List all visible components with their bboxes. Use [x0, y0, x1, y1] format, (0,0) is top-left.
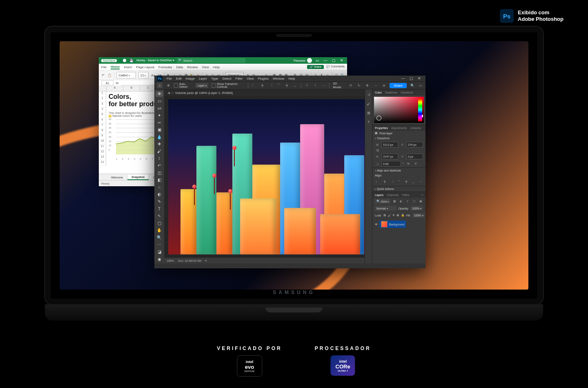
align-right-icon[interactable]: ⎹: [389, 179, 394, 184]
tab-help[interactable]: Help: [213, 65, 220, 69]
magic-wand-tool-icon[interactable]: ✦: [156, 113, 163, 118]
menu-help[interactable]: Help: [288, 77, 295, 80]
tab-file[interactable]: File: [101, 65, 107, 69]
color-tab[interactable]: Color: [375, 91, 382, 94]
history-brush-tool-icon[interactable]: ↶: [156, 163, 163, 169]
link-wh-icon[interactable]: ⛓: [375, 149, 380, 152]
menu-layer[interactable]: Layer: [199, 77, 207, 80]
eyedropper-tool-icon[interactable]: 💧: [156, 134, 163, 140]
close-icon[interactable]: ✕: [416, 76, 423, 80]
document-title[interactable]: Money - Saved to OneDrive ▾: [136, 59, 174, 62]
filter-shape-icon[interactable]: ▢: [412, 198, 416, 204]
transform-section-header[interactable]: Transform: [372, 136, 425, 141]
sheet-tab[interactable]: Snapshot: [127, 175, 149, 180]
quick-actions-header[interactable]: Quick actions: [372, 186, 425, 192]
filter-adjust-icon[interactable]: ◐: [399, 198, 403, 204]
tab-insert[interactable]: Insert: [124, 65, 132, 69]
select-all-corner[interactable]: [99, 86, 107, 91]
filter-smart-icon[interactable]: ▣: [418, 198, 423, 204]
col-header[interactable]: B: [123, 86, 140, 91]
auto-select-check[interactable]: Auto-Select:: [174, 83, 192, 88]
paragraph-panel-icon[interactable]: ¶: [366, 119, 372, 125]
lasso-tool-icon[interactable]: ᔕ: [156, 105, 163, 111]
lock-all-icon[interactable]: 🔒: [401, 212, 405, 218]
align-more-icon[interactable]: ⋯: [418, 179, 423, 184]
tab-formulas[interactable]: Formulas: [158, 65, 172, 69]
3d-pan-icon[interactable]: ✥: [365, 83, 370, 88]
height-input[interactable]: 3747 px: [381, 154, 398, 159]
quick-mask-icon[interactable]: ◉: [156, 256, 163, 262]
share-button[interactable]: Share: [390, 83, 406, 88]
layer-row[interactable]: Background: [379, 221, 406, 228]
distribute-v-icon[interactable]: ⫲: [313, 83, 318, 88]
filter-pixel-icon[interactable]: ▦: [392, 198, 397, 204]
chevron-right-icon[interactable]: ▸: [205, 259, 207, 262]
crop-tool-icon[interactable]: ✂: [156, 120, 163, 125]
rectangle-tool-icon[interactable]: ▢: [156, 220, 163, 226]
close-icon[interactable]: ✕: [339, 58, 345, 62]
filter-type-icon[interactable]: T: [405, 198, 410, 204]
flip-h-icon[interactable]: ⇋: [405, 161, 411, 167]
zoom-tool-icon[interactable]: 🔍: [156, 235, 163, 241]
align-top-icon[interactable]: ⎺: [276, 83, 281, 88]
align-hcenter-icon[interactable]: ┿: [382, 179, 387, 184]
paste-icon[interactable]: 📋: [107, 73, 111, 78]
gradients-tab[interactable]: Gradients: [401, 91, 413, 94]
align-left-icon[interactable]: ⎸: [375, 179, 380, 184]
tab-data[interactable]: Data: [176, 65, 183, 69]
menu-select[interactable]: Select: [222, 77, 231, 80]
blur-tool-icon[interactable]: ○: [156, 185, 163, 190]
brush-tool-icon[interactable]: 🖌: [156, 149, 163, 154]
properties-tab[interactable]: Properties: [375, 127, 388, 129]
x-input[interactable]: 379 px: [406, 142, 423, 147]
align-v-center-icon[interactable]: ┿: [285, 83, 290, 88]
hue-slider[interactable]: [418, 98, 422, 121]
align-bottom-icon[interactable]: ⎽: [411, 179, 416, 184]
fill-dropdown[interactable]: 100%: [412, 213, 425, 218]
angle-input[interactable]: 0.00: [381, 161, 401, 167]
auto-select-dropdown[interactable]: Layer: [196, 83, 208, 88]
opacity-dropdown[interactable]: 100%: [410, 206, 423, 211]
sheet-tab[interactable]: Welcome: [107, 175, 127, 180]
tab-review[interactable]: Review: [187, 65, 198, 69]
lock-position-icon[interactable]: ✥: [392, 212, 395, 218]
more-align-icon[interactable]: ⋯: [321, 83, 326, 88]
zoom-level[interactable]: 100%: [167, 259, 174, 262]
user-account[interactable]: Theodore: [293, 58, 312, 63]
pen-tool-icon[interactable]: ✎: [156, 199, 163, 205]
layer-visibility-icon[interactable]: 👁: [375, 223, 378, 226]
history-panel-icon[interactable]: ↺: [366, 92, 372, 98]
dodge-tool-icon[interactable]: ◐: [156, 192, 163, 197]
clone-stamp-tool-icon[interactable]: ⟟: [156, 156, 163, 161]
more-tools-icon[interactable]: ⋯: [156, 242, 163, 248]
3d-orbit-icon[interactable]: ⟳: [348, 83, 353, 88]
tab-view[interactable]: View: [202, 65, 209, 69]
move-tool-indicator-icon[interactable]: ✥: [166, 83, 171, 88]
document-tab[interactable]: Volume.psdc @ 100% (Layer 1, RGB/8): [175, 91, 233, 95]
canvas[interactable]: [164, 96, 372, 258]
name-box[interactable]: A1: [101, 80, 114, 85]
save-icon[interactable]: 💾: [129, 58, 134, 63]
autosave-toggle[interactable]: [119, 58, 127, 62]
comments-button[interactable]: 💬 Comments: [326, 65, 345, 69]
adjustments-tab[interactable]: Adjustments: [391, 127, 407, 129]
col-header[interactable]: A: [107, 86, 123, 91]
align-section-header[interactable]: Align and distribute: [372, 167, 425, 173]
distribute-h-icon[interactable]: ⫴: [305, 83, 310, 88]
menu-file[interactable]: File: [167, 77, 172, 80]
maximize-icon[interactable]: ▢: [331, 58, 336, 62]
menu-edit[interactable]: Edit: [176, 77, 182, 80]
move-tool-icon[interactable]: ✥: [156, 91, 163, 97]
lock-paint-icon[interactable]: 🖌: [388, 212, 391, 218]
flip-v-icon[interactable]: ⇵: [413, 161, 419, 167]
align-right-edges-icon[interactable]: ⎹: [268, 83, 273, 88]
align-h-center-icon[interactable]: ┿: [260, 83, 265, 88]
workspace-icon[interactable]: ▭: [418, 83, 423, 88]
width-input[interactable]: 5113 px: [381, 142, 398, 147]
frame-tool-icon[interactable]: ▣: [156, 127, 163, 133]
menu-view[interactable]: View: [247, 77, 254, 80]
color-swap-icon[interactable]: ◪: [156, 249, 163, 255]
lock-artboard-icon[interactable]: ▣: [396, 212, 399, 218]
hand-tool-icon[interactable]: ✋: [156, 227, 163, 233]
ribbon-options-icon[interactable]: ▭: [314, 58, 320, 62]
